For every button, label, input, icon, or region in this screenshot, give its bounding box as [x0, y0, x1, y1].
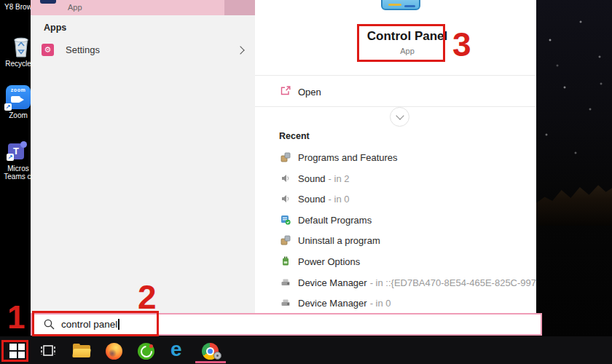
open-external-icon	[280, 86, 291, 95]
folder-front	[72, 349, 91, 357]
result-subtitle: App	[68, 3, 82, 12]
recent-item-default-programs[interactable]: Default Programs	[255, 210, 536, 231]
result-expand-area[interactable]	[224, 0, 255, 15]
shortcut-arrow-icon: ↗	[7, 154, 14, 161]
speaker-icon	[280, 194, 291, 204]
zoom-app-icon[interactable]: zoom ↗	[6, 85, 31, 109]
recent-label: Uninstall a program	[298, 235, 380, 246]
edge-button[interactable]: e	[170, 339, 182, 360]
search-value: control panel	[61, 319, 117, 330]
shortcut-arrow-icon: ↗	[4, 103, 12, 111]
search-result-control-panel-selected[interactable]: App	[31, 0, 255, 15]
search-result-settings[interactable]: ⚙ Settings	[31, 40, 255, 62]
recent-item-sound-2[interactable]: Sound- in 2	[255, 168, 536, 189]
text-caret	[118, 319, 119, 330]
recent-label: Device Manager	[298, 298, 367, 309]
recycle-bin-icon[interactable]	[12, 35, 31, 58]
recent-label: Sound	[298, 173, 326, 184]
annotation-number-1: 1	[7, 301, 25, 333]
apps-section-header: Apps	[44, 23, 66, 33]
recent-suffix: - in 2	[329, 173, 350, 184]
start-menu-results-panel: App Apps ⚙ Settings	[31, 0, 255, 313]
settings-result-label: Settings	[66, 44, 100, 55]
recent-suffix: - in ::{ED7BA470-8E54-465E-825C-99712...	[370, 277, 536, 288]
recent-item-device-manager-guid[interactable]: Device Manager- in ::{ED7BA470-8E54-465E…	[255, 272, 536, 293]
power-options-icon	[280, 256, 291, 266]
zoom-wordmark: zoom	[6, 87, 31, 92]
programs-features-icon	[280, 152, 291, 162]
recent-item-device-manager-0[interactable]: Device Manager- in 0	[255, 293, 536, 313]
device-manager-icon	[280, 277, 291, 288]
recent-suffix: - in 0	[370, 298, 391, 309]
uninstall-program-icon	[280, 235, 291, 245]
recent-item-uninstall-a-program[interactable]: Uninstall a program	[255, 230, 536, 251]
speaker-icon	[280, 173, 291, 183]
zoom-tile: zoom ↗	[6, 85, 31, 109]
teams-avatar-dot	[20, 141, 27, 148]
default-programs-icon	[280, 215, 291, 225]
open-action[interactable]: Open	[255, 80, 536, 102]
divider	[255, 75, 536, 76]
control-panel-app-icon	[381, 0, 420, 10]
recent-section-header: Recent	[279, 131, 310, 141]
app-subtitle: App	[267, 47, 536, 55]
recent-label: Device Manager	[298, 277, 367, 288]
chrome-badge-icon	[213, 352, 221, 360]
starry-wallpaper	[536, 0, 612, 336]
coccoc-browser-button[interactable]	[138, 343, 154, 360]
search-input[interactable]: control panel	[31, 313, 542, 336]
chrome-active-indicator	[195, 361, 226, 363]
slider-bar-blue	[404, 5, 415, 7]
device-manager-icon	[280, 298, 291, 308]
settings-gear-icon: ⚙	[42, 44, 54, 56]
video-camera-icon	[11, 96, 20, 103]
task-view-button[interactable]	[40, 344, 56, 357]
recent-label: Default Programs	[298, 215, 372, 226]
open-label: Open	[298, 87, 321, 98]
recent-label: Power Options	[298, 256, 360, 267]
start-button[interactable]	[9, 344, 25, 358]
recent-label: Programs and Features	[298, 152, 398, 163]
recent-item-power-options[interactable]: Power Options	[255, 251, 536, 272]
file-explorer-button[interactable]	[73, 344, 90, 357]
recent-label: Sound	[298, 194, 326, 205]
recent-suffix: - in 0	[329, 194, 350, 205]
slider-bar-yellow	[388, 4, 401, 6]
start-menu-detail-panel: Control Panel App Open Recent Programs a…	[255, 0, 536, 313]
firefox-button[interactable]	[106, 343, 122, 360]
taskbar: e	[0, 336, 612, 364]
search-query-text: control panel	[61, 319, 119, 330]
search-icon	[43, 318, 55, 331]
chevron-down-icon	[396, 111, 404, 119]
chevron-right-icon	[236, 46, 244, 54]
windows-desktop: Y8 Brow Recycle zoom ↗ Zoom T ↗ Micros T…	[0, 0, 612, 364]
recent-list: Programs and Features Sound- in 2 Sound-…	[255, 147, 536, 313]
recent-item-programs-and-features[interactable]: Programs and Features	[255, 147, 536, 168]
recent-item-sound-0[interactable]: Sound- in 0	[255, 189, 536, 210]
app-title: Control Panel	[267, 29, 536, 44]
recycle-bin-glyph	[12, 35, 31, 58]
microsoft-teams-icon[interactable]: T ↗	[8, 143, 24, 159]
control-panel-result-icon	[40, 0, 56, 4]
expand-results-button[interactable]	[390, 107, 409, 127]
